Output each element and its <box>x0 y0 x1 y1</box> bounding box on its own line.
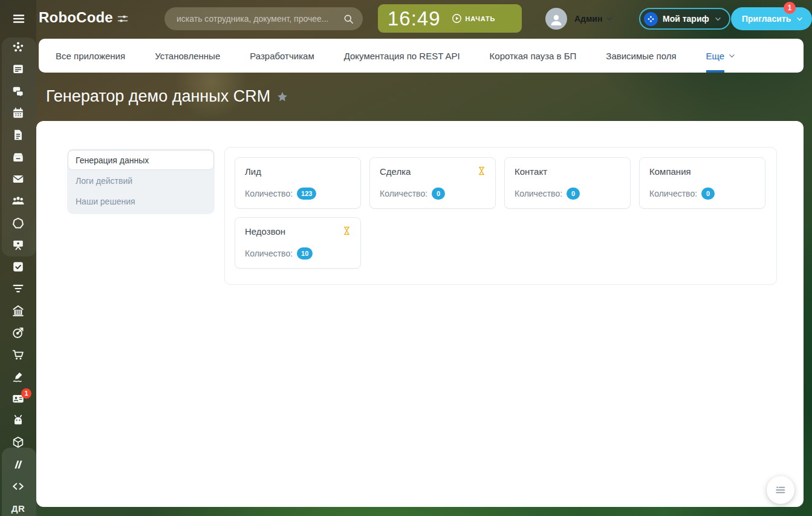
start-workday-button[interactable]: НАЧАТЬ <box>452 13 496 24</box>
tab-short-pause-bp[interactable]: Короткая пауза в БП <box>490 39 577 73</box>
chevron-down-icon <box>714 15 722 23</box>
make-icon[interactable] <box>0 454 36 475</box>
count-badge: 0 <box>567 188 580 200</box>
drive-icon[interactable] <box>0 146 36 168</box>
card-lead[interactable]: Лид Количество: 123 <box>235 157 361 209</box>
mail-icon[interactable] <box>0 168 36 190</box>
robot-icon[interactable] <box>0 410 36 431</box>
pulse-icon[interactable] <box>0 36 36 58</box>
contact-center-icon[interactable]: 1 <box>0 388 36 410</box>
live-feed-icon[interactable] <box>0 58 36 80</box>
chevron-down-icon <box>605 15 614 23</box>
apps-tabs-bar: Все приложения Установленные Разработчик… <box>39 39 804 73</box>
search-icon[interactable] <box>343 13 354 25</box>
quick-menu-fab[interactable] <box>767 476 794 504</box>
notification-badge: 1 <box>21 388 31 399</box>
menu-item-action-logs[interactable]: Логи действий <box>68 171 213 191</box>
shop-icon[interactable] <box>0 344 36 365</box>
user-menu[interactable]: Админ <box>545 8 614 30</box>
company-icon[interactable] <box>0 300 36 322</box>
card-title: Контакт <box>515 166 620 177</box>
tariff-plan-icon <box>644 12 658 26</box>
tab-developers[interactable]: Разработчикам <box>250 39 314 73</box>
top-bar: RoboCode 16:49 НАЧАТЬ Админ Мой тариф Пр… <box>0 0 812 36</box>
developer-icon[interactable] <box>0 475 36 497</box>
sidebar-icon-list: 1 <box>0 36 36 516</box>
sales-funnel-icon[interactable] <box>0 278 36 299</box>
list-icon <box>775 484 787 496</box>
tab-rest-api-docs[interactable]: Документация по REST API <box>344 39 460 73</box>
count-label: Количество: <box>245 189 293 198</box>
menu-item-data-generation[interactable]: Генерация данных <box>68 150 214 170</box>
tab-installed[interactable]: Установленные <box>155 39 220 73</box>
hourglass-icon <box>476 165 487 177</box>
sliders-icon[interactable] <box>117 13 129 25</box>
count-label: Количество: <box>515 189 562 198</box>
calendar-icon[interactable] <box>0 102 36 124</box>
tasks-icon[interactable] <box>0 256 36 278</box>
hamburger-menu-icon[interactable] <box>11 11 26 26</box>
card-deal[interactable]: Сделка Количество: 0 <box>369 157 496 209</box>
favorite-star-icon[interactable] <box>276 91 288 103</box>
tab-more[interactable]: Еще <box>706 39 736 73</box>
documents-icon[interactable] <box>0 124 36 146</box>
content-panel: Генерация данных Логи действий Наши реше… <box>36 121 804 507</box>
card-title: Сделка <box>380 166 486 177</box>
user-name: Админ <box>574 14 602 24</box>
current-time: 16:49 <box>388 7 441 30</box>
hourglass-icon <box>342 225 352 237</box>
app-inner-menu: Генерация данных Логи действий Наши реше… <box>67 149 215 214</box>
page-title: Генератор демо данных CRM <box>46 87 270 106</box>
time-manager-widget[interactable]: 16:49 НАЧАТЬ <box>378 4 522 33</box>
card-title: Компания <box>649 166 755 177</box>
marketing-icon[interactable] <box>0 234 36 256</box>
avatar[interactable] <box>545 8 567 30</box>
count-label: Количество: <box>380 189 427 198</box>
search-input[interactable] <box>177 14 343 24</box>
count-badge: 10 <box>297 247 313 260</box>
chevron-down-icon <box>796 15 804 23</box>
tab-all-apps[interactable]: Все приложения <box>56 39 125 73</box>
page-title-row: Генератор демо данных CRM <box>46 87 288 106</box>
menu-item-our-solutions[interactable]: Наши решения <box>68 191 213 211</box>
person-icon <box>549 13 564 27</box>
card-company[interactable]: Компания Количество: 0 <box>639 157 765 209</box>
entity-cards-container: Лид Количество: 123 Сделка Количество: 0… <box>224 147 777 285</box>
card-contact[interactable]: Контакт Количество: 0 <box>504 157 631 209</box>
card-title: Недозвон <box>245 226 351 237</box>
invite-count-badge: 1 <box>784 2 796 14</box>
count-badge: 0 <box>701 188 715 200</box>
tab-dependent-fields[interactable]: Зависимые поля <box>606 39 676 73</box>
invite-button[interactable]: Пригласить <box>731 7 812 30</box>
app-initials[interactable]: ДR <box>0 497 36 516</box>
left-sidebar: 1 <box>0 0 36 516</box>
crm-icon[interactable] <box>0 212 36 234</box>
count-label: Количество: <box>245 249 293 258</box>
goals-icon[interactable] <box>0 322 36 344</box>
card-title: Лид <box>245 166 351 177</box>
global-search[interactable] <box>164 7 363 30</box>
count-badge: 123 <box>297 188 316 200</box>
chevron-down-icon <box>728 52 736 60</box>
count-badge: 0 <box>432 188 445 200</box>
sign-icon[interactable] <box>0 365 36 387</box>
card-missed-call[interactable]: Недозвон Количество: 10 <box>235 217 361 269</box>
messenger-icon[interactable] <box>0 80 36 102</box>
app-logo[interactable]: RoboCode <box>39 9 113 26</box>
cube-app-icon[interactable] <box>0 431 36 453</box>
my-tariff-button[interactable]: Мой тариф <box>639 8 730 30</box>
count-label: Количество: <box>649 189 697 198</box>
workgroups-icon[interactable] <box>0 190 36 212</box>
play-icon <box>452 13 462 24</box>
